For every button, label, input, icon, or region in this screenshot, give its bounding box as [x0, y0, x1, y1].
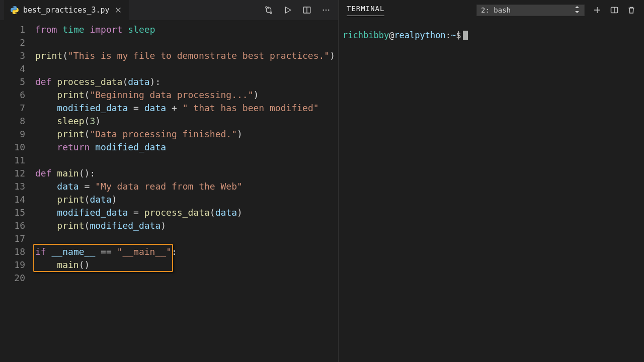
code-line[interactable]: if __name__ == "__main__":	[35, 245, 338, 258]
svg-point-0	[266, 7, 267, 8]
line-number: 17	[0, 232, 25, 245]
line-number: 1	[0, 23, 25, 36]
terminal-body[interactable]: richbibby@realpython:~$	[339, 20, 644, 362]
code-line[interactable]: data = "My data read from the Web"	[35, 180, 338, 193]
line-number: 3	[0, 49, 25, 62]
code-line[interactable]: main()	[35, 258, 338, 272]
line-number: 8	[0, 115, 25, 128]
line-number: 13	[0, 180, 25, 193]
prompt-colon: :	[446, 30, 451, 40]
code-line[interactable]: modified_data = data + " that has been m…	[35, 102, 338, 115]
line-number: 19	[0, 258, 25, 272]
terminal-controls: 2: bash	[476, 5, 636, 16]
code-line[interactable]: return modified_data	[35, 141, 338, 154]
python-file-icon	[10, 6, 19, 15]
line-number: 15	[0, 206, 25, 219]
svg-point-4	[323, 10, 324, 11]
more-actions-icon[interactable]	[321, 5, 331, 15]
code-line[interactable]: def process_data(data):	[35, 75, 338, 88]
svg-point-5	[326, 10, 327, 11]
compare-changes-icon[interactable]	[264, 5, 274, 15]
line-number: 9	[0, 128, 25, 141]
terminal-selector-label: 2: bash	[481, 6, 511, 14]
kill-terminal-icon[interactable]	[627, 6, 636, 15]
line-number: 10	[0, 141, 25, 154]
code-line[interactable]: modified_data = process_data(data)	[35, 206, 338, 219]
svg-point-6	[328, 10, 329, 11]
terminal-header: TERMINAL 2: bash	[339, 0, 644, 20]
tab-close-button[interactable]	[114, 6, 123, 15]
prompt-host: realpython	[394, 30, 445, 40]
line-number: 6	[0, 88, 25, 102]
prompt-path: ~	[451, 30, 456, 40]
prompt-user: richbibby	[343, 30, 389, 40]
new-terminal-icon[interactable]	[593, 6, 602, 15]
code-content[interactable]: from time import sleepprint("This is my …	[35, 23, 338, 362]
terminal-tab-title[interactable]: TERMINAL	[347, 5, 384, 16]
line-number: 4	[0, 62, 25, 75]
line-number: 20	[0, 272, 25, 285]
terminal-pane: TERMINAL 2: bash richbibby@realpython:~$	[339, 0, 644, 362]
prompt-at: @	[389, 30, 394, 40]
dropdown-arrows-icon	[574, 6, 580, 15]
line-number: 5	[0, 75, 25, 88]
split-editor-icon[interactable]	[302, 5, 312, 15]
code-line[interactable]: print(data)	[35, 193, 338, 206]
editor-toolbar	[264, 5, 334, 15]
line-number: 16	[0, 219, 25, 232]
svg-point-1	[270, 12, 272, 14]
code-line[interactable]: sleep(3)	[35, 115, 338, 128]
editor-pane: best_practices_3.py 12345678910111213141…	[0, 0, 339, 362]
line-number: 11	[0, 154, 25, 167]
run-icon[interactable]	[283, 5, 293, 15]
code-line[interactable]	[35, 154, 338, 167]
code-line[interactable]	[35, 272, 338, 285]
prompt-symbol: $	[456, 30, 461, 40]
code-line[interactable]: def main():	[35, 167, 338, 180]
code-area[interactable]: 1234567891011121314151617181920 from tim…	[0, 20, 338, 362]
line-number: 2	[0, 36, 25, 49]
code-line[interactable]: print("Data processing finished.")	[35, 128, 338, 141]
line-gutter: 1234567891011121314151617181920	[0, 23, 35, 362]
tab-best-practices[interactable]: best_practices_3.py	[4, 0, 129, 20]
editor-tab-bar: best_practices_3.py	[0, 0, 338, 20]
line-number: 7	[0, 102, 25, 115]
code-line[interactable]: print("This is my file to demonstrate be…	[35, 49, 338, 62]
code-line[interactable]: print(modified_data)	[35, 219, 338, 232]
code-line[interactable]	[35, 36, 338, 49]
code-line[interactable]: print("Beginning data processing...")	[35, 88, 338, 102]
tab-filename: best_practices_3.py	[23, 6, 110, 15]
terminal-selector[interactable]: 2: bash	[476, 5, 585, 16]
line-number: 12	[0, 167, 25, 180]
code-line[interactable]	[35, 62, 338, 75]
split-terminal-icon[interactable]	[610, 6, 619, 15]
line-number: 18	[0, 245, 25, 258]
code-line[interactable]: from time import sleep	[35, 23, 338, 36]
line-number: 14	[0, 193, 25, 206]
terminal-cursor	[463, 31, 468, 40]
